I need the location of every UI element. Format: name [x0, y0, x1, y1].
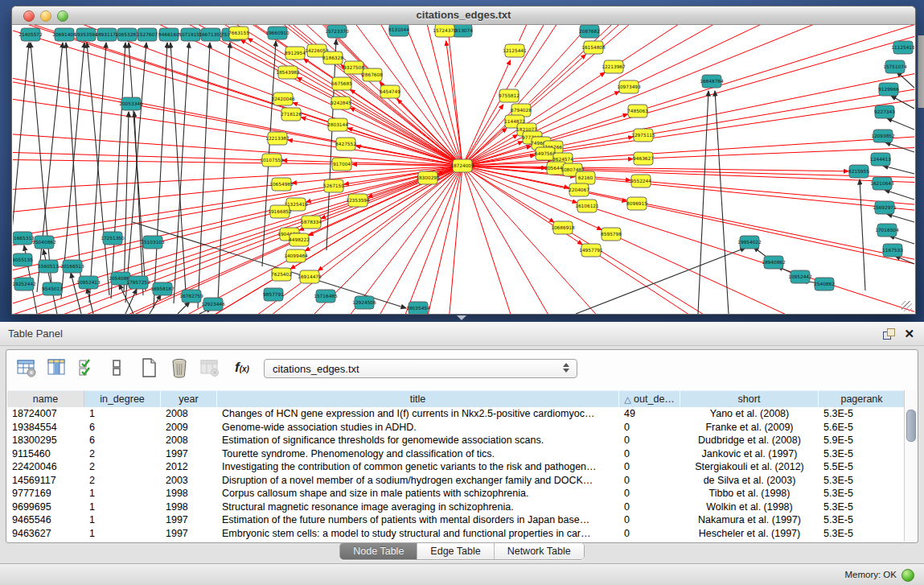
cell-pagerank[interactable]: 5.3E-5 — [819, 447, 906, 461]
citation-edge-red[interactable] — [564, 25, 914, 145]
cell-in_degree[interactable]: 6 — [84, 421, 161, 435]
graph-node-teal[interactable]: 17251350 — [101, 232, 125, 245]
graph-node-teal[interactable]: 9129966 — [878, 83, 899, 96]
graph-node-teal[interactable]: 20166513 — [60, 260, 84, 273]
citation-edge-red[interactable] — [596, 179, 914, 275]
cell-short[interactable]: de Silva et al. (2003) — [680, 474, 819, 488]
cell-year[interactable]: 1997 — [161, 513, 217, 527]
cell-in_degree[interactable]: 1 — [84, 527, 161, 541]
citation-edge-red[interactable] — [13, 244, 290, 314]
cell-name[interactable]: 9699695 — [7, 501, 84, 514]
column-header-short[interactable]: short — [680, 390, 819, 407]
cell-out_degree[interactable]: 0 — [619, 460, 680, 474]
cell-short[interactable]: Wolkin et al. (1998) — [680, 501, 819, 514]
citation-edge-red[interactable] — [293, 103, 462, 166]
create-column-icon[interactable] — [138, 357, 161, 380]
cell-name[interactable]: 19384554 — [7, 421, 84, 435]
graph-node-teal[interactable]: 16848784 — [700, 75, 724, 88]
cell-pagerank[interactable]: 5.3E-5 — [819, 407, 906, 421]
graph-node-yellow[interactable]: 7625402 — [271, 268, 292, 281]
cell-short[interactable]: Dudbridge et al. (2008) — [680, 434, 819, 447]
citation-edge-red[interactable] — [282, 160, 462, 166]
graph-node-yellow[interactable]: 2867608 — [362, 68, 383, 81]
citation-edge-red[interactable] — [602, 25, 914, 40]
float-panel-icon[interactable] — [883, 328, 895, 340]
cell-title[interactable]: Estimation of significance thresholds fo… — [217, 434, 619, 447]
cell-year[interactable]: 2012 — [161, 460, 217, 474]
graph-node-yellow[interactable]: 5878334 — [301, 216, 322, 229]
cell-pagerank[interactable]: 5.6E-5 — [819, 421, 906, 435]
graph-node-yellow[interactable]: 2204067 — [569, 183, 589, 196]
cell-in_degree[interactable]: 2 — [84, 447, 161, 461]
table-row[interactable]: 946362711997Embryonic stem cells: a mode… — [7, 527, 906, 541]
graph-node-teal[interactable]: 19660910 — [265, 27, 290, 39]
graph-node-yellow[interactable]: 8595798 — [601, 228, 622, 241]
graph-node-yellow[interactable]: 5267150 — [323, 179, 344, 192]
show-columns-icon[interactable] — [47, 357, 69, 380]
graph-node-teal[interactable]: 21665313 — [13, 232, 35, 245]
graph-node-yellow[interactable]: 9552244 — [630, 175, 651, 187]
graph-node-yellow[interactable]: 10107553 — [260, 154, 284, 167]
graph-node-yellow[interactable]: 9242845 — [331, 97, 351, 109]
citation-edge-red[interactable] — [600, 256, 914, 314]
column-header-title[interactable]: title — [217, 390, 619, 407]
graph-node-teal[interactable]: 10952413 — [76, 276, 101, 289]
cell-pagerank[interactable]: 5.3E-5 — [819, 527, 906, 541]
cell-in_degree[interactable]: 1 — [84, 407, 161, 421]
close-panel-icon[interactable]: ✕ — [904, 327, 914, 341]
graph-node-teal[interactable]: 8466160 — [158, 28, 179, 41]
graph-node-yellow[interactable]: 5675685 — [331, 77, 352, 90]
citation-edge-black[interactable] — [883, 166, 914, 174]
cell-out_degree[interactable]: 0 — [619, 421, 680, 435]
tab-edge-table[interactable]: Edge Table — [417, 543, 494, 559]
cell-year[interactable]: 2009 — [161, 421, 217, 435]
graph-node-teal[interactable]: 9545013 — [42, 282, 63, 295]
cell-short[interactable]: Hescheler et al. (1997) — [680, 527, 819, 541]
graph-node-teal[interactable]: 15716485 — [314, 290, 338, 303]
network-table-select[interactable]: citations_edges.txt — [264, 359, 577, 378]
tab-node-table[interactable]: Node Table — [340, 543, 417, 559]
cell-name[interactable]: 9777169 — [7, 487, 84, 501]
graph-node-teal[interactable]: 16671355 — [199, 28, 223, 41]
network-canvas[interactable]: 2140557220691406193535941893117410653287… — [13, 25, 914, 314]
graph-node-teal[interactable]: 15692971 — [873, 201, 897, 214]
graph-node-yellow[interactable]: 8912954 — [285, 47, 306, 60]
cell-name[interactable]: 18724007 — [7, 407, 84, 421]
graph-node-teal[interactable]: 5560513 — [38, 260, 59, 273]
citation-edge-red[interactable] — [523, 25, 914, 115]
column-header-year[interactable]: year — [161, 390, 217, 407]
graph-node-yellow[interactable]: 62160 — [576, 171, 595, 184]
graph-node-teal[interactable]: 8215955 — [848, 165, 869, 178]
graph-node-yellow[interactable]: 4498222 — [289, 233, 310, 246]
graph-node-yellow[interactable]: 19166852 — [268, 205, 292, 218]
table-scrollbar-thumb[interactable] — [906, 410, 916, 442]
graph-node-teal[interactable]: 18035454 — [406, 302, 430, 314]
graph-node-teal[interactable]: 11125419 — [891, 41, 914, 54]
graph-node-teal[interactable]: 10952442 — [788, 270, 812, 283]
graph-node-yellow[interactable]: 8186328 — [322, 51, 343, 64]
graph-node-teal[interactable]: 16958187 — [150, 282, 175, 295]
cell-title[interactable]: Investigating the contribution of common… — [217, 460, 619, 474]
citation-edge-black[interactable] — [860, 179, 865, 290]
graph-node-hub[interactable]: 18724007 — [450, 159, 474, 172]
graph-node-teal[interactable]: 12924506 — [352, 296, 376, 309]
cell-name[interactable]: 9463627 — [7, 527, 84, 541]
citation-edge-red[interactable] — [462, 105, 503, 166]
graph-node-yellow[interactable]: 8096915 — [626, 197, 647, 210]
citation-edge-black[interactable] — [889, 236, 914, 244]
graph-node-teal[interactable]: 20691406 — [52, 28, 76, 41]
graph-node-teal[interactable]: 9857791 — [263, 288, 284, 301]
cell-out_degree[interactable]: 0 — [619, 474, 680, 488]
graph-node-yellow[interactable]: 14099484 — [284, 249, 308, 262]
graph-node-teal[interactable]: 9227343 — [874, 105, 895, 118]
table-row[interactable]: 1938455462009Genome-wide association stu… — [7, 421, 906, 435]
column-header-in_degree[interactable]: in_degree — [84, 390, 161, 407]
cell-title[interactable]: Embryonic stem cells: a model to study s… — [217, 527, 619, 541]
table-row[interactable]: 1872400712008Changes of HCN gene express… — [7, 407, 906, 421]
citation-edge-black[interactable] — [111, 43, 125, 299]
graph-node-yellow[interactable]: 16106121 — [575, 200, 599, 212]
cell-short[interactable]: Nakamura et al. (1997) — [680, 513, 819, 527]
graph-node-yellow[interactable]: 16914479 — [298, 270, 322, 283]
citation-edge-red[interactable] — [13, 166, 462, 225]
citation-edge-black[interactable] — [891, 96, 914, 109]
